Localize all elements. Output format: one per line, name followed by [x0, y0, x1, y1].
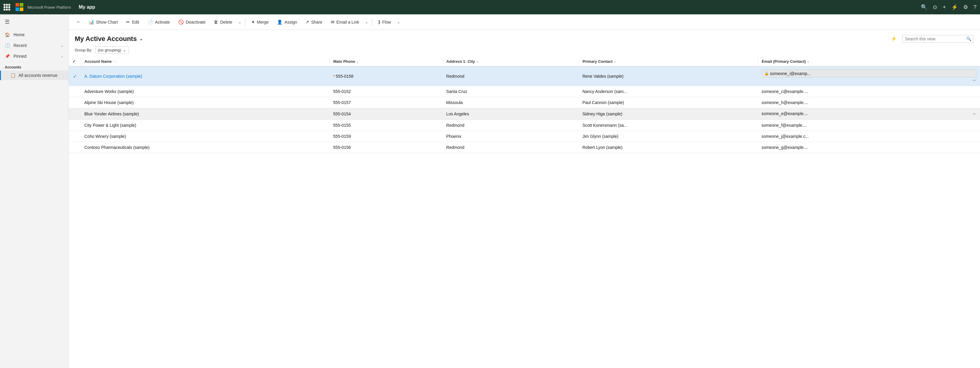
toolbar: ← 📊 Show Chart ✏ Edit 📄 Activate 🚫 Deact…: [69, 14, 980, 30]
table-row[interactable]: Alpine Ski House (sample)555-0157Missoul…: [69, 97, 980, 108]
toolbar-sep-2: [372, 19, 372, 26]
col-email[interactable]: Email (Primary Contact) ⌄: [758, 57, 980, 67]
table-row[interactable]: Coho Winery (sample)555-0159PhoenixJim G…: [69, 131, 980, 142]
account-name-link[interactable]: Coho Winery (sample): [84, 134, 126, 139]
flow-button[interactable]: ⟫ Flow: [374, 17, 395, 27]
deactivate-button[interactable]: 🚫 Deactivate: [175, 17, 209, 27]
row-phone: 555-0156: [329, 142, 442, 153]
share-button[interactable]: ↗ Share: [302, 17, 326, 27]
col-account-name[interactable]: Account Name ↑ ↓: [81, 57, 329, 67]
sidebar-item-home[interactable]: 🏠 Home: [0, 29, 68, 40]
sidebar-section-accounts: Accounts: [0, 62, 68, 71]
row-account-name[interactable]: Blue Yonder Airlines (sample): [81, 108, 329, 120]
row-city: Redmond: [442, 142, 579, 153]
row-city: Santa Cruz: [442, 86, 579, 97]
group-by-chevron-icon: ⌄: [123, 48, 126, 52]
gear-nav-icon[interactable]: ⚙: [963, 4, 968, 11]
email-link-button[interactable]: ✉ Email a Link: [327, 17, 363, 27]
sidebar: ☰ 🏠 Home 🕐 Recent ⌄ 📌 Pinned ⌄ Accounts …: [0, 14, 69, 368]
account-name-link[interactable]: City Power & Light (sample): [84, 123, 136, 128]
row-primary-contact: Nancy Anderson (sam...: [579, 86, 758, 97]
row-checkbox[interactable]: [69, 97, 81, 108]
email-value: someone_g@example....: [762, 145, 808, 150]
account-name-link[interactable]: A. Datum Corporation (sample): [84, 74, 142, 79]
settings-circle-icon[interactable]: ⊙: [933, 4, 937, 11]
row-primary-contact: Paul Cannon (sample): [579, 97, 758, 108]
row-checkbox[interactable]: [69, 131, 81, 142]
email-value: someone_e@example....: [762, 111, 808, 116]
account-name-link[interactable]: Blue Yonder Airlines (sample): [84, 111, 139, 116]
merge-button[interactable]: ✦ Merge: [248, 17, 272, 27]
delete-button[interactable]: 🗑 Delete: [210, 17, 235, 26]
flow-label: Flow: [382, 20, 391, 24]
table-row[interactable]: ✓A. Datum Corporation (sample)*555-0158R…: [69, 67, 980, 86]
assign-button[interactable]: 👤 Assign: [273, 17, 301, 27]
row-city: Los Angeles: [442, 108, 579, 120]
row-email: someone_h@example....: [758, 97, 980, 108]
col-main-phone[interactable]: Main Phone ⌄: [329, 57, 442, 67]
row-city: Missoula: [442, 97, 579, 108]
back-button[interactable]: ←: [73, 17, 84, 27]
table-row[interactable]: Contoso Pharmaceuticals (sample)555-0156…: [69, 142, 980, 153]
search-nav-icon[interactable]: 🔍: [921, 4, 928, 11]
more-dropdown-2[interactable]: ⌄: [364, 18, 369, 26]
email-value: someone_h@example....: [762, 100, 808, 105]
email-link-icon: ✉: [331, 19, 335, 25]
activate-label: Activate: [155, 20, 170, 24]
col-city[interactable]: Address 1: City ⌄: [442, 57, 579, 67]
row-city: Redmond: [442, 120, 579, 131]
search-input[interactable]: [905, 36, 964, 41]
col-check[interactable]: ✓: [69, 57, 81, 67]
row-account-name[interactable]: Coho Winery (sample): [81, 131, 329, 142]
sidebar-item-recent[interactable]: 🕐 Recent ⌄: [0, 40, 68, 51]
row-email: someone_e@example....→: [758, 108, 980, 120]
view-title-chevron-icon[interactable]: ⌄: [139, 36, 143, 41]
sidebar-item-all-accounts-revenue[interactable]: 📋 All accounts revenue: [0, 71, 68, 80]
edit-icon: ✏: [126, 19, 130, 25]
email-value: someone_c@example....: [762, 89, 808, 94]
row-account-name[interactable]: Alpine Ski House (sample): [81, 97, 329, 108]
row-open-arrow[interactable]: →: [966, 111, 977, 117]
row-account-name[interactable]: Adventure Works (sample): [81, 86, 329, 97]
row-primary-contact: Robert Lyon (sample): [579, 142, 758, 153]
table-row[interactable]: Adventure Works (sample)555-0152Santa Cr…: [69, 86, 980, 97]
row-checkbox[interactable]: [69, 120, 81, 131]
merge-label: Merge: [257, 20, 269, 24]
row-account-name[interactable]: City Power & Light (sample): [81, 120, 329, 131]
row-checkbox[interactable]: ✓: [69, 67, 81, 86]
search-box[interactable]: 🔍: [902, 35, 974, 43]
group-by-select[interactable]: (no grouping) ⌄: [95, 46, 129, 54]
sidebar-item-pinned[interactable]: 📌 Pinned ⌄: [0, 51, 68, 62]
account-name-link[interactable]: Contoso Pharmaceuticals (sample): [84, 145, 150, 150]
show-chart-button[interactable]: 📊 Show Chart: [85, 17, 121, 27]
row-checkbox[interactable]: [69, 108, 81, 120]
more-dropdown-3[interactable]: ⌄: [396, 18, 401, 26]
row-open-arrow[interactable]: →: [966, 78, 977, 83]
waffle-icon[interactable]: [3, 4, 10, 11]
filter-nav-icon[interactable]: ⚡: [951, 4, 958, 11]
row-account-name[interactable]: A. Datum Corporation (sample): [81, 67, 329, 86]
col-primary-contact[interactable]: Primary Contact ⌄: [579, 57, 758, 67]
edit-button[interactable]: ✏ Edit: [123, 17, 143, 27]
more-dropdown-1[interactable]: ⌄: [237, 18, 243, 26]
help-nav-icon[interactable]: ?: [974, 4, 977, 11]
merge-icon: ✦: [251, 19, 255, 25]
row-phone: 555-0154: [329, 108, 442, 120]
row-checkbox[interactable]: [69, 142, 81, 153]
app-name: My app: [79, 5, 95, 10]
accounts-table: ✓ Account Name ↑ ↓ Main Phone ⌄: [69, 57, 980, 153]
filter-view-button[interactable]: ⚡: [888, 35, 899, 43]
table-row[interactable]: Blue Yonder Airlines (sample)555-0154Los…: [69, 108, 980, 120]
account-name-link[interactable]: Alpine Ski House (sample): [84, 100, 134, 105]
pinned-icon: 📌: [5, 54, 10, 59]
activate-button[interactable]: 📄 Activate: [144, 17, 173, 27]
sidebar-hamburger-btn[interactable]: ☰: [0, 14, 68, 29]
row-checkbox[interactable]: [69, 86, 81, 97]
row-account-name[interactable]: Contoso Pharmaceuticals (sample): [81, 142, 329, 153]
account-name-link[interactable]: Adventure Works (sample): [84, 89, 134, 94]
plus-nav-icon[interactable]: +: [943, 4, 946, 11]
view-title-container[interactable]: My Active Accounts ⌄: [75, 35, 143, 43]
main-phone-sort-icon: ⌄: [356, 60, 359, 63]
table-row[interactable]: City Power & Light (sample)555-0155Redmo…: [69, 120, 980, 131]
row-email: someone_c@example....: [758, 86, 980, 97]
